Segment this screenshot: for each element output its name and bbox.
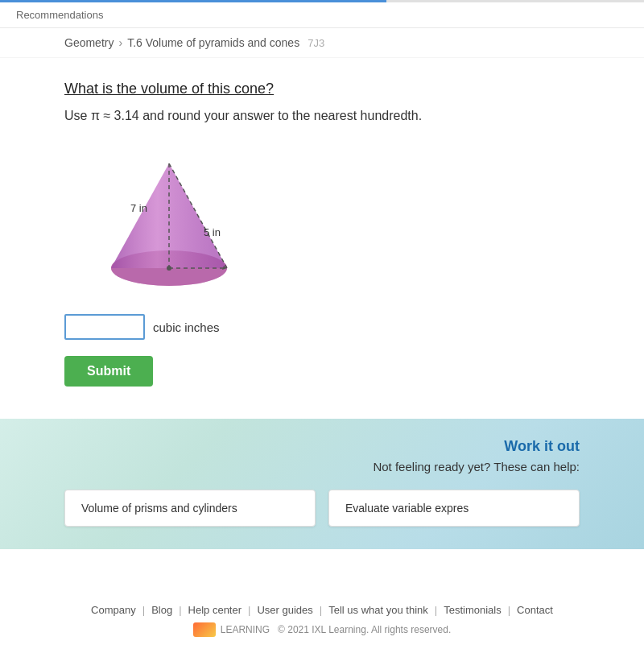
footer-brand: LEARNING © 2021 IXL Learning. All rights… [0,622,644,637]
answer-row: cubic inches [64,314,580,340]
top-nav: Recommendations [0,2,644,28]
question-instruction: Use π ≈ 3.14 and round your answer to th… [64,109,580,123]
help-card-1-label: Volume of prisms and cylinders [81,502,237,515]
recommendations-link[interactable]: Recommendations [16,9,103,21]
breadcrumb-topic: T.6 Volume of pyramids and cones [127,36,299,49]
answer-unit: cubic inches [153,320,220,334]
progress-bar-fill [0,0,386,2]
work-it-out-title: Work it out [64,438,580,455]
footer-links: Company | Blog | Help center | User guid… [0,604,644,616]
cone-svg: 7 in 5 in [72,141,266,298]
help-card-1[interactable]: Volume of prisms and cylinders [64,490,316,527]
footer-link-company[interactable]: Company [91,604,136,616]
work-it-out-section: Work it out Not feeling ready yet? These… [0,419,644,549]
svg-text:7 in: 7 in [130,202,147,214]
svg-point-7 [167,266,171,271]
svg-text:5 in: 5 in [204,226,221,238]
main-content: What is the volume of this cone? Use π ≈… [0,58,644,419]
help-card-2[interactable]: Evaluate variable expres [328,490,580,527]
footer-link-guides[interactable]: User guides [257,604,312,616]
footer: Company | Blog | Help center | User guid… [0,591,644,645]
question-title: What is the volume of this cone? [64,81,580,97]
progress-bar-container [0,0,644,2]
breadcrumb-subject[interactable]: Geometry [64,36,114,49]
breadcrumb-code: 7J3 [308,37,324,49]
footer-sep-5: | [435,604,437,616]
footer-link-blog[interactable]: Blog [151,604,172,616]
answer-input[interactable] [64,314,145,340]
help-card-2-label: Evaluate variable expres [345,502,469,515]
footer-copyright: LEARNING © 2021 IXL Learning. All rights… [221,624,452,635]
footer-link-help[interactable]: Help center [188,604,242,616]
footer-sep-2: | [179,604,181,616]
footer-sep-4: | [320,604,322,616]
breadcrumb: Geometry › T.6 Volume of pyramids and co… [0,28,644,58]
footer-link-tell[interactable]: Tell us what you think [328,604,428,616]
footer-link-testimonials[interactable]: Testimonials [444,604,502,616]
footer-sep-3: | [248,604,250,616]
cone-diagram: 7 in 5 in [72,141,266,298]
footer-sep-1: | [142,604,145,616]
footer-link-contact[interactable]: Contact [517,604,553,616]
ixl-logo-icon [193,622,216,637]
work-it-out-subtitle: Not feeling ready yet? These can help: [64,460,580,473]
breadcrumb-separator: › [118,36,122,49]
help-cards: Volume of prisms and cylinders Evaluate … [64,490,580,527]
submit-button[interactable]: Submit [64,356,153,387]
footer-sep-6: | [508,604,510,616]
